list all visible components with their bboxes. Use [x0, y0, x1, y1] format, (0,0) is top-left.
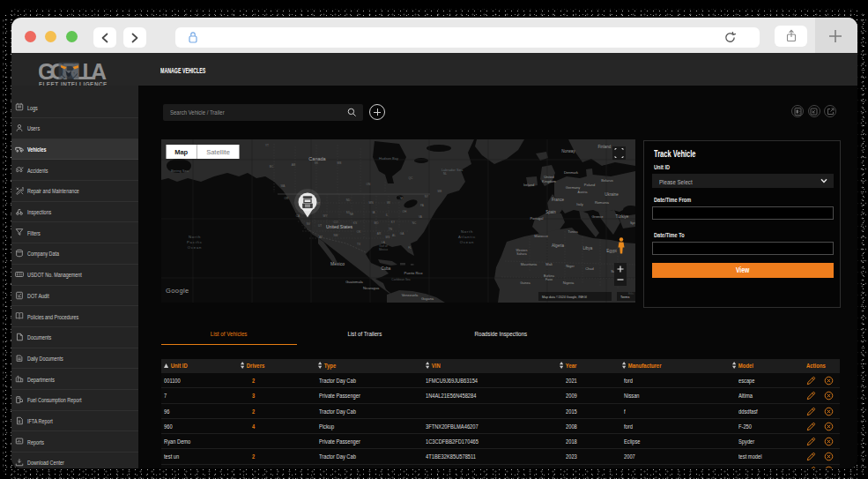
svg-text:ON: ON [367, 183, 371, 186]
svg-text:WI: WI [387, 201, 390, 205]
svg-text:Ocean: Ocean [460, 240, 474, 244]
svg-text:NL: NL [443, 172, 447, 176]
svg-text:NC: NC [412, 221, 417, 225]
svg-text:ND: ND [346, 198, 351, 202]
svg-text:Google: Google [166, 287, 189, 295]
svg-text:Norway: Norway [561, 149, 575, 153]
svg-text:Ocean: Ocean [188, 245, 202, 250]
svg-text:NM: NM [334, 234, 338, 237]
svg-text:BC: BC [270, 165, 274, 168]
svg-text:Belarus: Belarus [601, 178, 613, 183]
svg-text:AB: AB [292, 163, 295, 167]
svg-text:Denmark: Denmark [564, 170, 578, 175]
svg-text:AZ: AZ [319, 236, 323, 239]
svg-text:Sahara: Sahara [516, 252, 526, 256]
svg-text:Pacific: Pacific [187, 240, 203, 244]
svg-text:Guinea: Guinea [520, 281, 530, 285]
svg-text:MS: MS [386, 236, 390, 239]
svg-text:North: North [189, 235, 201, 239]
svg-text:MO: MO [374, 221, 379, 225]
svg-text:Romania: Romania [595, 200, 610, 205]
svg-text:Morocco: Morocco [534, 234, 548, 238]
svg-text:Caribbean Sea: Caribbean Sea [391, 278, 410, 281]
svg-text:Nigeria: Nigeria [563, 281, 575, 285]
svg-text:Guatemala: Guatemala [345, 280, 363, 284]
svg-text:Puerto Rico: Puerto Rico [404, 271, 424, 275]
svg-text:FL: FL [408, 246, 412, 250]
svg-text:MB: MB [338, 161, 342, 165]
svg-text:Germany: Germany [566, 185, 580, 190]
svg-text:OR: OR [285, 197, 289, 200]
svg-text:KS: KS [353, 221, 357, 225]
svg-text:YT: YT [265, 144, 269, 147]
svg-text:Satellite: Satellite [206, 148, 230, 156]
svg-text:Türkiye: Türkiye [616, 214, 629, 219]
svg-text:Austria: Austria [578, 191, 588, 194]
svg-text:Atlantic: Atlantic [458, 235, 476, 239]
svg-text:WY: WY [323, 214, 328, 218]
svg-text:Ukraine: Ukraine [605, 192, 619, 197]
svg-text:NE: NE [350, 213, 353, 216]
svg-text:Guyana: Guyana [421, 296, 434, 301]
svg-text:United States: United States [326, 224, 353, 229]
svg-text:Faso: Faso [545, 278, 553, 281]
svg-text:OH: OH [403, 210, 407, 213]
svg-text:Chad: Chad [585, 266, 594, 271]
svg-text:AL: AL [392, 234, 396, 237]
svg-text:Egypt: Egypt [606, 249, 617, 253]
svg-text:Venezuela: Venezuela [402, 293, 419, 297]
svg-text:Mauritania: Mauritania [521, 262, 538, 266]
svg-text:Algeria: Algeria [552, 243, 565, 248]
svg-text:QC: QC [409, 176, 413, 180]
svg-text:UT: UT [318, 224, 322, 228]
svg-text:Terms: Terms [620, 296, 629, 299]
svg-text:Poland: Poland [584, 183, 595, 187]
svg-text:ME: ME [438, 190, 442, 193]
svg-text:IL: IL [386, 213, 389, 217]
svg-text:Greece: Greece [591, 214, 604, 219]
svg-text:Cuba: Cuba [382, 266, 391, 271]
svg-text:Finland: Finland [598, 145, 612, 149]
svg-text:Italy: Italy [576, 202, 582, 206]
svg-text:Mali: Mali [545, 262, 552, 266]
svg-text:TN: TN [389, 228, 393, 231]
svg-text:Syri: Syri [630, 221, 635, 225]
svg-text:Spain: Spain [545, 210, 556, 214]
svg-text:Nicaragua: Nicaragua [363, 286, 380, 290]
svg-text:North: North [461, 229, 473, 234]
svg-text:Portugal: Portugal [530, 216, 544, 221]
svg-text:CO: CO [334, 221, 338, 224]
svg-text:Mexico: Mexico [379, 248, 388, 251]
svg-text:Ireland: Ireland [523, 183, 534, 187]
svg-text:Map: Map [174, 148, 188, 156]
svg-text:MI: MI [400, 197, 404, 200]
svg-text:Bering Sea: Bering Sea [171, 168, 189, 173]
svg-text:Kingdom: Kingdom [542, 179, 556, 183]
svg-text:France: France [552, 198, 565, 202]
svg-text:Tunisia: Tunisia [568, 230, 577, 234]
svg-text:MN: MN [369, 201, 375, 205]
svg-text:AR: AR [377, 232, 382, 236]
svg-text:Mexico: Mexico [330, 261, 345, 266]
svg-text:Map data ©2024 Google, INEGI: Map data ©2024 Google, INEGI [542, 296, 587, 299]
svg-text:Hudson Bay: Hudson Bay [379, 156, 398, 161]
svg-text:Libya: Libya [583, 246, 593, 251]
svg-text:WA: WA [280, 184, 286, 188]
svg-text:Niger: Niger [566, 264, 575, 268]
